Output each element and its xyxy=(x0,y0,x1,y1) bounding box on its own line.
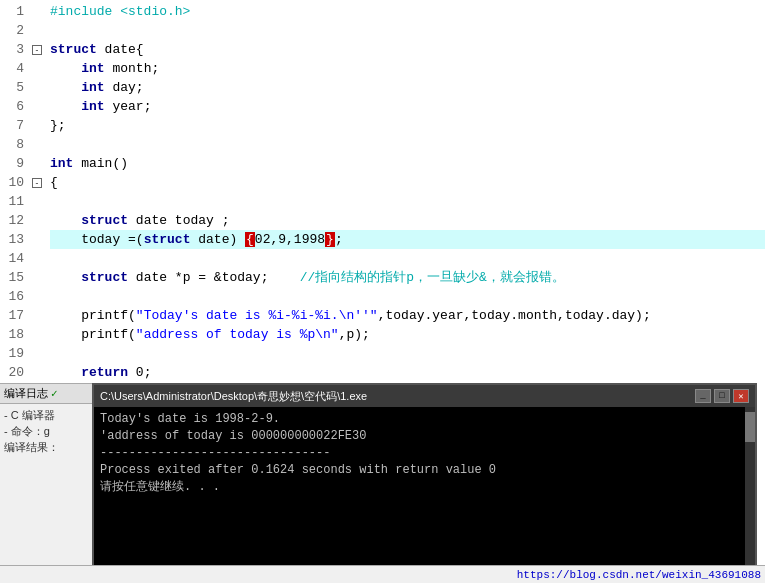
terminal-controls[interactable]: _ □ ✕ xyxy=(695,389,749,403)
code-lines[interactable]: #include <stdio.h> struct date{ int mont… xyxy=(46,0,765,390)
code-line-2 xyxy=(50,21,765,40)
code-editor[interactable]: 1 2 3 4 5 6 7 8 9 10 11 12 13 14 15 16 1… xyxy=(0,0,765,390)
code-line-11 xyxy=(50,192,765,211)
terminal-maximize-button[interactable]: □ xyxy=(714,389,730,403)
terminal-line-6: 请按任意键继续. . . xyxy=(100,479,749,496)
terminal-content: Today's date is 1998-2-9. 'address of to… xyxy=(94,407,755,581)
bottom-panel: 编译日志 ✓ - C 编译器 - 命令：g 编译结果： C:\Users\Adm… xyxy=(0,383,765,583)
code-line-5: int day; xyxy=(50,78,765,97)
terminal-titlebar: C:\Users\Administrator\Desktop\奇思妙想\空代码\… xyxy=(94,385,755,407)
code-line-19 xyxy=(50,344,765,363)
terminal-line-1: Today's date is 1998-2-9. xyxy=(100,411,749,428)
code-line-3: struct date{ xyxy=(50,40,765,59)
blog-url-link[interactable]: https://blog.csdn.net/weixin_43691088 xyxy=(517,569,761,581)
code-line-18: printf("address of today is %p\n",p); xyxy=(50,325,765,344)
code-line-8 xyxy=(50,135,765,154)
fold-struct[interactable]: - xyxy=(32,45,42,55)
fold-main[interactable]: - xyxy=(32,178,42,188)
terminal-window: C:\Users\Administrator\Desktop\奇思妙想\空代码\… xyxy=(92,383,757,583)
code-line-13: today =(struct date) {02,9,1998}; xyxy=(50,230,765,249)
fold-column: - - xyxy=(32,0,46,390)
code-line-16 xyxy=(50,287,765,306)
terminal-line-5: Process exited after 0.1624 seconds with… xyxy=(100,462,749,479)
terminal-title: C:\Users\Administrator\Desktop\奇思妙想\空代码\… xyxy=(100,389,367,404)
terminal-close-button[interactable]: ✕ xyxy=(733,389,749,403)
footer-bar: https://blog.csdn.net/weixin_43691088 xyxy=(0,565,765,583)
compile-log-item-2: - 命令：g xyxy=(4,423,90,439)
code-line-14 xyxy=(50,249,765,268)
compile-log-title: 编译日志 ✓ xyxy=(0,384,94,404)
code-line-1: #include <stdio.h> xyxy=(50,2,765,21)
terminal-minimize-button[interactable]: _ xyxy=(695,389,711,403)
terminal-scrollbar[interactable] xyxy=(745,407,755,581)
code-line-17: printf("Today's date is %i-%i-%i.\n''",t… xyxy=(50,306,765,325)
compile-log-item-1: - C 编译器 xyxy=(4,407,90,423)
code-line-7: }; xyxy=(50,116,765,135)
code-line-12: struct date today ; xyxy=(50,211,765,230)
code-line-9: int main() xyxy=(50,154,765,173)
terminal-line-2: 'address of today is 000000000022FE30 xyxy=(100,428,749,445)
line-numbers: 1 2 3 4 5 6 7 8 9 10 11 12 13 14 15 16 1… xyxy=(0,0,32,390)
code-line-4: int month; xyxy=(50,59,765,78)
terminal-line-4: -------------------------------- xyxy=(100,445,749,462)
terminal-scrollbar-thumb xyxy=(745,412,755,442)
compile-log-item-4: 编译结果： xyxy=(4,439,90,455)
code-line-15: struct date *p = &today; //指向结构的指针p，一旦缺少… xyxy=(50,268,765,287)
compile-log-content: - C 编译器 - 命令：g 编译结果： xyxy=(0,404,94,458)
compile-log-check-icon: ✓ xyxy=(51,387,58,400)
code-line-20: return 0; xyxy=(50,363,765,382)
compile-log-label: 编译日志 xyxy=(4,386,48,401)
code-line-6: int year; xyxy=(50,97,765,116)
compile-log-panel: 编译日志 ✓ - C 编译器 - 命令：g 编译结果： xyxy=(0,383,95,583)
code-line-10: { xyxy=(50,173,765,192)
